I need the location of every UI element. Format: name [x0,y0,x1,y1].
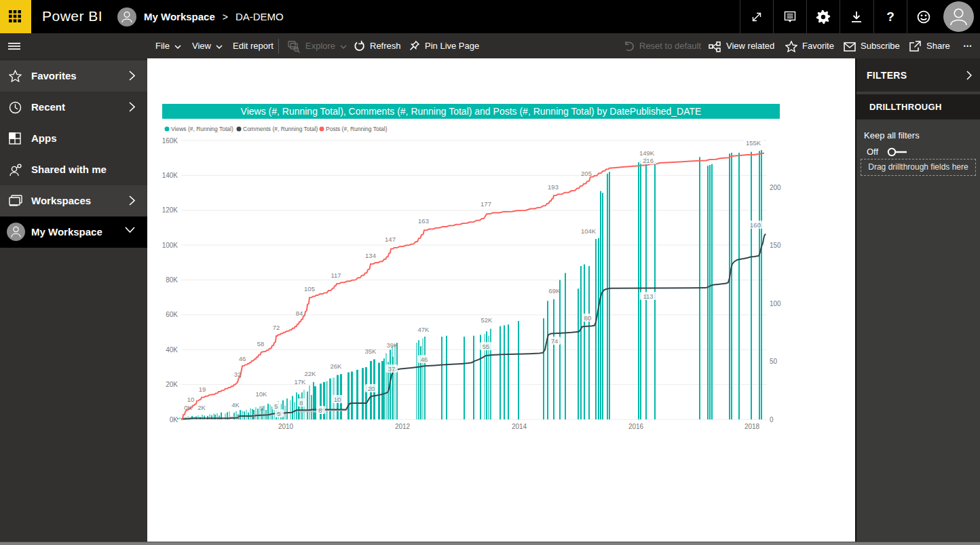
svg-text:46: 46 [421,356,428,363]
svg-text:134: 134 [365,252,376,259]
svg-text:216: 216 [643,157,654,164]
svg-text:80K: 80K [166,276,178,284]
svg-text:20K: 20K [166,381,178,388]
svg-text:22K: 22K [305,370,317,377]
svg-text:140K: 140K [162,172,178,179]
svg-text:10: 10 [334,396,341,403]
svg-text:40K: 40K [166,346,178,354]
svg-text:117: 117 [331,271,341,279]
svg-text:80: 80 [584,314,592,322]
svg-text:35K: 35K [365,347,377,355]
svg-text:8: 8 [318,407,322,414]
svg-text:58: 58 [257,340,265,347]
svg-text:2016: 2016 [628,423,644,430]
svg-text:17K: 17K [295,378,307,386]
svg-text:1: 1 [236,413,240,420]
svg-text:3: 3 [260,405,263,412]
svg-text:8: 8 [299,399,303,407]
svg-text:74: 74 [551,337,559,345]
svg-text:Views (#, Running Total): Views (#, Running Total) [171,126,233,132]
svg-text:39K: 39K [387,341,399,349]
svg-text:10: 10 [187,396,195,403]
svg-text:2012: 2012 [395,423,411,430]
svg-text:147: 147 [385,236,396,243]
svg-text:177: 177 [480,200,491,208]
svg-text:26K: 26K [331,362,343,370]
svg-text:2010: 2010 [278,423,294,430]
svg-text:205: 205 [581,170,592,177]
svg-text:155K: 155K [746,139,761,147]
svg-text:104K: 104K [581,227,597,235]
svg-text:2018: 2018 [745,423,760,430]
svg-text:100K: 100K [162,242,178,249]
svg-text:60K: 60K [166,311,178,318]
svg-text:84: 84 [296,309,303,317]
svg-text:Views (#, Running Total), Comm: Views (#, Running Total), Comments (#, R… [241,106,702,117]
svg-text:10K: 10K [256,390,268,398]
svg-text:5: 5 [274,402,278,410]
svg-text:100: 100 [770,300,781,307]
svg-text:120K: 120K [162,206,178,214]
svg-text:160K: 160K [162,137,178,145]
svg-text:2K: 2K [197,404,206,411]
svg-text:163: 163 [418,217,429,225]
svg-text:20: 20 [368,385,375,392]
svg-text:32: 32 [234,371,242,378]
svg-text:2014: 2014 [512,423,527,430]
svg-text:0: 0 [770,416,774,424]
svg-text:52K: 52K [481,316,493,324]
svg-text:150: 150 [770,242,781,249]
svg-text:0K: 0K [184,404,192,411]
svg-text:193: 193 [548,183,559,191]
svg-text:?: ? [886,10,894,24]
svg-text:105: 105 [304,285,315,293]
svg-text:55: 55 [483,343,490,350]
svg-text:Comments (#, Running Total): Comments (#, Running Total) [243,126,318,132]
svg-text:46: 46 [239,355,246,362]
svg-text:160: 160 [750,221,761,229]
svg-text:Posts (#, Running Total): Posts (#, Running Total) [326,126,388,132]
svg-text:4K: 4K [231,401,240,409]
svg-text:72: 72 [273,324,280,331]
svg-text:0K: 0K [170,416,178,424]
svg-text:50: 50 [770,358,778,365]
svg-text:5: 5 [277,410,280,417]
svg-text:37: 37 [388,365,396,373]
svg-text:200: 200 [770,184,781,191]
svg-text:19: 19 [199,386,206,393]
svg-text:149K: 149K [639,149,655,157]
svg-text:113: 113 [643,293,653,300]
svg-text:3: 3 [251,413,255,420]
svg-text:47K: 47K [418,326,430,333]
svg-text:69K: 69K [549,287,561,295]
